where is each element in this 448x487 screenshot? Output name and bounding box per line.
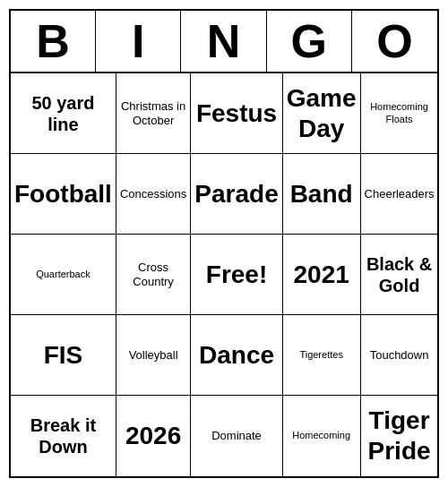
bingo-cell-16: Volleyball (116, 315, 191, 396)
cell-text-12: Free! (206, 260, 267, 290)
bingo-cell-24: Tiger Pride (361, 396, 438, 476)
cell-text-2: Festus (196, 98, 277, 129)
bingo-cell-19: Touchdown (361, 315, 438, 396)
bingo-cell-8: Band (283, 154, 361, 235)
bingo-cell-7: Parade (191, 154, 282, 235)
bingo-header: BINGO (11, 11, 437, 73)
bingo-cell-14: Black & Gold (361, 235, 438, 315)
bingo-cell-10: Quarterback (11, 235, 116, 315)
bingo-cell-5: Football (11, 154, 116, 235)
cell-text-21: 2026 (125, 421, 181, 451)
bingo-cell-21: 2026 (116, 396, 191, 476)
bingo-cell-17: Dance (191, 315, 282, 396)
bingo-letter-o: O (352, 11, 437, 72)
bingo-cell-1: Christmas in October (116, 73, 191, 154)
bingo-cell-4: Homecoming Floats (361, 73, 438, 154)
cell-text-13: 2021 (293, 260, 349, 290)
bingo-cell-20: Break it Down (11, 396, 116, 476)
cell-text-11: Cross Country (120, 261, 186, 288)
cell-text-9: Cheerleaders (365, 187, 435, 201)
bingo-cell-18: Tigerettes (283, 315, 361, 396)
cell-text-18: Tigerettes (299, 349, 343, 361)
cell-text-19: Touchdown (370, 348, 429, 363)
cell-text-16: Volleyball (129, 348, 178, 363)
cell-text-7: Parade (194, 179, 278, 209)
cell-text-10: Quarterback (36, 269, 90, 280)
bingo-letter-g: G (267, 11, 352, 72)
bingo-cell-9: Cheerleaders (361, 154, 438, 235)
cell-text-4: Homecoming Floats (365, 101, 435, 124)
bingo-cell-13: 2021 (283, 235, 361, 315)
cell-text-15: FIS (44, 340, 83, 371)
cell-text-20: Break it Down (14, 414, 112, 457)
cell-text-17: Dance (199, 340, 274, 371)
bingo-letter-n: N (181, 11, 266, 72)
bingo-letter-b: B (11, 11, 96, 72)
cell-text-6: Concessions (120, 187, 186, 201)
bingo-cell-0: 50 yard line (11, 73, 116, 154)
cell-text-23: Homecoming (292, 430, 350, 441)
cell-text-8: Band (290, 179, 353, 209)
bingo-grid: 50 yard lineChristmas in OctoberFestusGa… (11, 73, 437, 476)
bingo-cell-3: Game Day (283, 73, 361, 154)
cell-text-24: Tiger Pride (365, 406, 435, 466)
cell-text-1: Christmas in October (120, 99, 186, 127)
bingo-cell-23: Homecoming (283, 396, 361, 476)
bingo-cell-22: Dominate (191, 396, 282, 476)
bingo-cell-2: Festus (191, 73, 282, 154)
bingo-cell-15: FIS (11, 315, 116, 396)
cell-text-5: Football (14, 179, 112, 209)
bingo-card: BINGO 50 yard lineChristmas in OctoberFe… (9, 9, 439, 478)
bingo-letter-i: I (96, 11, 181, 72)
bingo-cell-11: Cross Country (116, 235, 191, 315)
cell-text-22: Dominate (211, 429, 262, 443)
cell-text-3: Game Day (287, 83, 357, 143)
bingo-cell-6: Concessions (116, 154, 191, 235)
cell-text-0: 50 yard line (14, 92, 112, 135)
cell-text-14: Black & Gold (365, 253, 435, 296)
bingo-cell-12: Free! (191, 235, 282, 315)
